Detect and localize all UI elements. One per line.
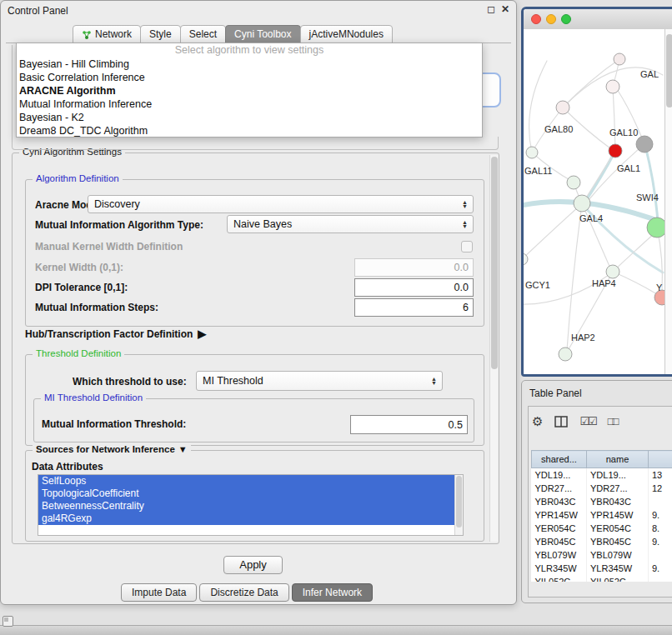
- tab-infer-network[interactable]: Infer Network: [292, 583, 373, 602]
- network-node[interactable]: [636, 136, 653, 152]
- table-cell[interactable]: YBR043C: [532, 495, 587, 508]
- traffic-light-close-icon[interactable]: [531, 14, 541, 24]
- table-cell[interactable]: YDL19...: [532, 468, 587, 482]
- mi-threshold-field[interactable]: 0.5: [350, 415, 468, 434]
- network-node[interactable]: [526, 147, 538, 158]
- algorithm-option[interactable]: Mutual Information Inference: [17, 98, 482, 111]
- algorithm-option[interactable]: Bayesian - K2: [17, 111, 482, 124]
- table-cell[interactable]: YLR345W: [532, 562, 587, 575]
- tab-discretize-data[interactable]: Discretize Data: [199, 583, 288, 602]
- mi-steps-field[interactable]: 6: [354, 298, 474, 317]
- scrollbar-thumb[interactable]: [491, 157, 498, 369]
- network-window-titlebar[interactable]: [524, 9, 672, 30]
- algorithm-option[interactable]: Basic Correlation Inference: [17, 71, 482, 84]
- network-scrollbar[interactable]: [664, 29, 672, 374]
- algorithm-option[interactable]: Dream8 DC_TDC Algorithm: [17, 124, 482, 138]
- attribute-item[interactable]: SelfLoops: [38, 475, 454, 488]
- network-node[interactable]: [614, 53, 625, 65]
- table-cell[interactable]: [649, 495, 672, 508]
- network-node[interactable]: [567, 176, 580, 189]
- algorithm-option[interactable]: Bayesian - Hill Climbing: [17, 58, 482, 71]
- column-header[interactable]: [649, 451, 672, 468]
- data-attributes-list[interactable]: SelfLoopsTopologicalCoefficientBetweenne…: [38, 474, 464, 536]
- tab-cyni-toolbox[interactable]: Cyni Toolbox: [225, 25, 300, 44]
- table-row[interactable]: YBR043CYBR043C: [532, 495, 672, 508]
- manual-kernel-width-checkbox[interactable]: [461, 241, 473, 252]
- close-icon[interactable]: ✕: [501, 3, 509, 15]
- table-cell[interactable]: 9.: [649, 508, 672, 522]
- attribute-item[interactable]: BetweennessCentrality: [38, 500, 454, 512]
- attribute-item[interactable]: TopologicalCoefficient: [38, 488, 454, 500]
- deselect-all-rows-icon[interactable]: □□: [608, 415, 618, 428]
- table-cell[interactable]: YPR145W: [587, 508, 649, 522]
- table-cell[interactable]: YIL052C: [587, 575, 649, 582]
- table-cell[interactable]: 9.: [649, 535, 672, 548]
- kernel-width-field[interactable]: 0.0: [354, 258, 474, 277]
- restore-panel-icon[interactable]: [3, 616, 13, 627]
- table-cell[interactable]: 12: [649, 482, 672, 495]
- table-row[interactable]: YDR27...YDR27...12: [532, 482, 672, 495]
- attribute-item[interactable]: gal4RGexp: [38, 512, 454, 525]
- table-cell[interactable]: YBR043C: [587, 495, 649, 508]
- mi-algorithm-type-select[interactable]: Naive Bayes ▲▼: [227, 215, 474, 233]
- table-row[interactable]: YBL079WYBL079W: [532, 548, 672, 562]
- table-cell[interactable]: 9.: [649, 562, 672, 575]
- network-canvas[interactable]: GAL80GAL10GAL11GAL1SWI4GAL4GCY1HAP4HAP2G…: [524, 29, 664, 374]
- table-row[interactable]: YIL052CYIL052C: [532, 575, 672, 582]
- algorithm-option[interactable]: ARACNE Algorithm: [17, 84, 482, 98]
- network-node[interactable]: [606, 265, 619, 278]
- aracne-mode-select[interactable]: Discovery ▲▼: [88, 195, 474, 213]
- tab-network[interactable]: Network: [73, 25, 141, 44]
- list-scrollbar[interactable]: [454, 475, 463, 535]
- network-node[interactable]: [574, 195, 590, 212]
- column-header[interactable]: name: [587, 451, 649, 468]
- table-cell[interactable]: YBL079W: [532, 548, 587, 562]
- dpi-tolerance-field[interactable]: 0.0: [354, 278, 474, 297]
- table-cell[interactable]: [649, 548, 672, 562]
- network-node[interactable]: [609, 144, 622, 158]
- table-cell[interactable]: YPR145W: [532, 508, 587, 522]
- table-cell[interactable]: 8.: [649, 522, 672, 535]
- network-node[interactable]: [606, 80, 619, 93]
- table-row[interactable]: YBR045CYBR045C9.: [532, 535, 672, 548]
- node-table[interactable]: shared... name YDL19...YDL19...13YDR27..…: [531, 450, 672, 582]
- gear-icon[interactable]: ⚙: [532, 415, 543, 428]
- tab-style[interactable]: Style: [140, 25, 181, 44]
- which-threshold-select[interactable]: MI Threshold ▲▼: [196, 371, 443, 391]
- table-row[interactable]: YLR345WYLR345W9.: [532, 562, 672, 575]
- table-cell[interactable]: YLR345W: [587, 562, 649, 575]
- apply-button[interactable]: Apply: [223, 556, 283, 574]
- network-node[interactable]: [556, 101, 569, 114]
- column-header[interactable]: shared...: [532, 451, 587, 468]
- tab-jactivemodules[interactable]: jActiveMNodules: [300, 25, 393, 44]
- sources-toggle[interactable]: Sources for Network Inference ▼: [33, 444, 191, 454]
- tab-impute-data[interactable]: Impute Data: [121, 583, 197, 602]
- table-cell[interactable]: 13: [649, 468, 672, 482]
- network-node[interactable]: [559, 348, 572, 361]
- network-node[interactable]: [524, 253, 528, 265]
- table-cell[interactable]: YDR27...: [532, 482, 587, 495]
- table-cell[interactable]: YDL19...: [587, 468, 649, 482]
- table-row[interactable]: YDL19...YDL19...13: [532, 468, 672, 482]
- traffic-light-minimize-icon[interactable]: [546, 14, 556, 24]
- table-cell[interactable]: YIL052C: [532, 575, 587, 582]
- traffic-light-zoom-icon[interactable]: [561, 14, 571, 24]
- table-cell[interactable]: YDR27...: [587, 482, 649, 495]
- columns-icon[interactable]: [554, 416, 568, 428]
- hub-definition-toggle[interactable]: Hub/Transcription Factor Definition ▶: [25, 328, 206, 340]
- scrollbar-thumb[interactable]: [666, 34, 672, 108]
- table-cell[interactable]: YBR045C: [532, 535, 587, 548]
- table-cell[interactable]: [649, 575, 672, 582]
- scrollbar-thumb[interactable]: [456, 476, 462, 528]
- table-cell[interactable]: YBR045C: [587, 535, 649, 548]
- tab-select[interactable]: Select: [180, 25, 226, 44]
- table-cell[interactable]: YER054C: [532, 522, 587, 535]
- table-row[interactable]: YER054CYER054C8.: [532, 522, 672, 535]
- settings-scrollbar[interactable]: [489, 155, 498, 542]
- table-cell[interactable]: YBL079W: [587, 548, 649, 562]
- table-row[interactable]: YPR145WYPR145W9.: [532, 508, 672, 522]
- select-all-rows-icon[interactable]: ☑☑: [579, 415, 595, 428]
- float-window-icon[interactable]: ◻: [487, 3, 495, 15]
- table-cell[interactable]: YER054C: [587, 522, 649, 535]
- network-node[interactable]: [647, 218, 664, 238]
